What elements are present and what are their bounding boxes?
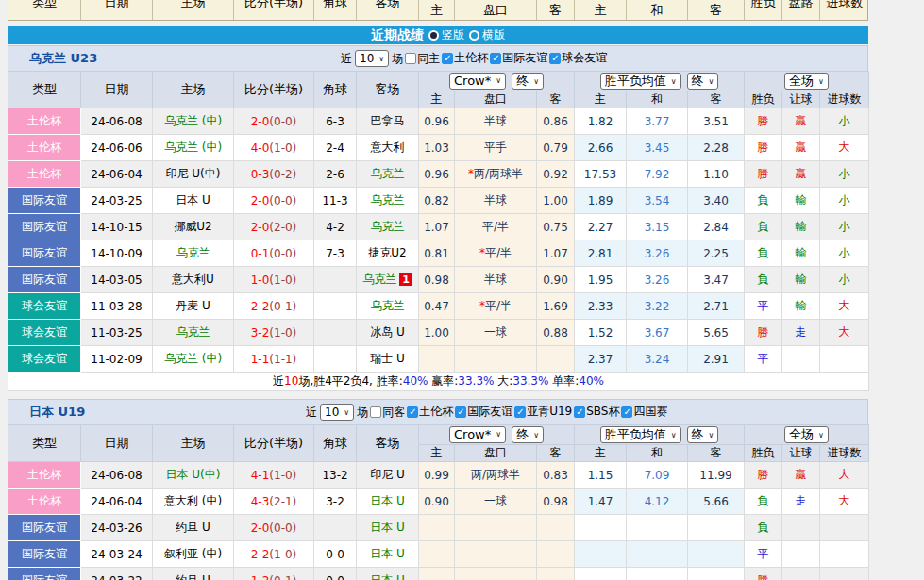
chevron-down-icon: ∨ xyxy=(818,431,824,439)
away-team[interactable]: 日本 U xyxy=(370,547,405,560)
league-filter[interactable]: 土伦杯 xyxy=(405,404,453,420)
checkbox-checked-icon[interactable] xyxy=(574,406,585,418)
match-date: 14-03-05 xyxy=(81,267,153,293)
handicap-away-odds: 0.79 xyxy=(537,135,575,161)
table-row: 球会友谊 11-03-25 乌克兰 3-2(1-0) 冰岛 U 1.00 一球 … xyxy=(8,320,869,346)
away-team[interactable]: 乌克兰 xyxy=(371,299,405,312)
away-team[interactable]: 乌克兰 xyxy=(371,167,405,180)
away-team[interactable]: 日本 U xyxy=(370,494,405,507)
checkbox-checked-icon[interactable] xyxy=(442,53,453,64)
match-count-select[interactable]: 10∨ xyxy=(320,404,354,421)
final-odds-select[interactable]: 终∨ xyxy=(512,426,544,443)
chevron-down-icon: ∨ xyxy=(378,55,384,63)
match-result: 負 xyxy=(758,273,769,286)
final-odds-select-2[interactable]: 终∨ xyxy=(687,73,719,90)
layout-vertical-option[interactable]: 竖版 xyxy=(428,27,464,43)
away-team[interactable]: 乌克兰 xyxy=(371,193,405,207)
scope-select[interactable]: 全场∨ xyxy=(784,73,829,90)
league-filter[interactable]: 土伦杯 xyxy=(440,50,488,66)
avg-away-odds xyxy=(688,568,745,580)
league-filter[interactable]: 国际友谊 xyxy=(453,404,512,420)
home-team[interactable]: 约旦 U xyxy=(176,573,210,580)
league-filter[interactable]: SBS杯 xyxy=(572,404,619,420)
away-team[interactable]: 日本 U xyxy=(370,573,405,580)
half-time-score: (2-1) xyxy=(269,495,296,508)
section-bar: 日本 U19 近 10∨ 场 同客 土伦杯国际友谊亚青U19SBS杯四国赛 xyxy=(8,399,868,424)
away-team[interactable]: 意大利 xyxy=(371,141,405,154)
chevron-down-icon: ∨ xyxy=(818,77,824,86)
away-team[interactable]: 冰岛 U xyxy=(370,325,405,339)
checkbox-checked-icon[interactable] xyxy=(621,406,632,418)
match-count-select[interactable]: 10∨ xyxy=(355,50,389,67)
final-odds-select[interactable]: 终∨ xyxy=(512,73,544,90)
home-team[interactable]: 意大利U xyxy=(172,273,214,286)
col-away: 客场 xyxy=(357,0,419,20)
away-team[interactable]: 乌克兰 xyxy=(371,220,405,233)
checkbox-checked-icon[interactable] xyxy=(514,406,526,418)
checkbox-unchecked-icon[interactable] xyxy=(370,406,381,418)
home-team[interactable]: 乌克兰 (中) xyxy=(164,141,222,154)
league-filter[interactable]: 国际友谊 xyxy=(488,50,547,66)
home-team[interactable]: 挪威U2 xyxy=(174,220,211,233)
goals-result: 小 xyxy=(839,246,850,259)
checkbox-checked-icon[interactable] xyxy=(490,53,501,64)
final-odds-select-2[interactable]: 终∨ xyxy=(687,426,719,443)
match-result: 平 xyxy=(758,547,769,560)
home-team[interactable]: 日本 U(中) xyxy=(166,468,221,481)
checkbox-checked-icon[interactable] xyxy=(407,406,418,418)
away-team[interactable]: 乌克兰 xyxy=(362,273,396,286)
subcol-home: 主 xyxy=(419,91,455,108)
away-team[interactable]: 印尼 U xyxy=(370,468,405,481)
league-filter[interactable]: 四国赛 xyxy=(619,404,667,420)
home-team[interactable]: 丹麦 U xyxy=(176,299,210,312)
away-team[interactable]: 捷克U2 xyxy=(368,246,406,259)
scope-select[interactable]: 全场∨ xyxy=(784,426,829,443)
home-team[interactable]: 乌克兰 (中) xyxy=(164,352,222,365)
home-team[interactable]: 日本 U xyxy=(176,193,210,207)
avg-away-odds: 3.40 xyxy=(688,188,745,214)
checkbox-checked-icon[interactable] xyxy=(549,53,561,64)
full-time-score: 2-2 xyxy=(251,300,270,313)
half-time-score: (0-0) xyxy=(269,194,296,207)
same-home-filter[interactable]: 同主 xyxy=(403,51,440,67)
bookmaker-select[interactable]: Crow*∨ xyxy=(449,73,506,90)
subcol-goals: 进球数 xyxy=(820,445,869,462)
home-team[interactable]: 叙利亚 (中) xyxy=(164,547,222,560)
avg-odds-select[interactable]: 胜平负均值∨ xyxy=(600,73,681,90)
avg-home-odds: 1.52 xyxy=(575,320,627,346)
home-team[interactable]: 乌克兰 xyxy=(176,325,210,339)
away-team[interactable]: 巴拿马 xyxy=(371,114,405,127)
league-badge: 国际友谊 xyxy=(8,515,81,541)
table-row: 国际友谊 14-10-15 挪威U2 2-0(2-0) 4-2 乌克兰 1.07… xyxy=(8,214,869,240)
recent-results-banner: 近期战绩 竖版 横版 xyxy=(8,26,868,44)
avg-odds-select[interactable]: 胜平负均值∨ xyxy=(600,426,681,443)
handicap-line: 一球 xyxy=(484,494,507,507)
league-filter[interactable]: 球会友谊 xyxy=(547,50,607,66)
away-team[interactable]: 瑞士 U xyxy=(370,352,405,365)
avg-home-odds xyxy=(575,568,627,580)
handicap-line: 平/半 xyxy=(485,299,512,312)
home-team[interactable]: 乌克兰 (中) xyxy=(164,114,222,127)
table-row: 土伦杯 24-06-04 印尼 U(中) 0-3(0-2) 2-6 乌克兰 0.… xyxy=(8,161,869,188)
avg-draw-odds: 3.45 xyxy=(627,135,688,161)
corner-score: 3-2 xyxy=(314,489,357,515)
away-team[interactable]: 日本 U xyxy=(370,521,405,534)
home-team[interactable]: 约旦 U xyxy=(176,521,210,534)
league-badge: 国际友谊 xyxy=(8,568,81,580)
match-result: 勝 xyxy=(758,167,769,180)
home-team[interactable]: 乌克兰 xyxy=(176,246,210,259)
checkbox-checked-icon[interactable] xyxy=(455,406,466,418)
same-away-filter[interactable]: 同客 xyxy=(368,405,405,421)
radio-unselected-icon[interactable] xyxy=(469,30,479,41)
league-filters: 土伦杯国际友谊亚青U19SBS杯四国赛 xyxy=(405,404,667,421)
layout-horizontal-option[interactable]: 横版 xyxy=(469,27,505,43)
banner-title: 近期战绩 xyxy=(371,27,424,44)
home-team[interactable]: 意大利 (中) xyxy=(164,494,222,507)
goals-result: 大 xyxy=(839,141,850,154)
radio-selected-icon[interactable] xyxy=(428,30,439,41)
match-result: 負 xyxy=(758,220,769,233)
league-filter[interactable]: 亚青U19 xyxy=(512,404,572,420)
home-team[interactable]: 印尼 U(中) xyxy=(166,167,221,180)
checkbox-unchecked-icon[interactable] xyxy=(405,53,416,64)
bookmaker-select[interactable]: Crow*∨ xyxy=(449,426,506,443)
